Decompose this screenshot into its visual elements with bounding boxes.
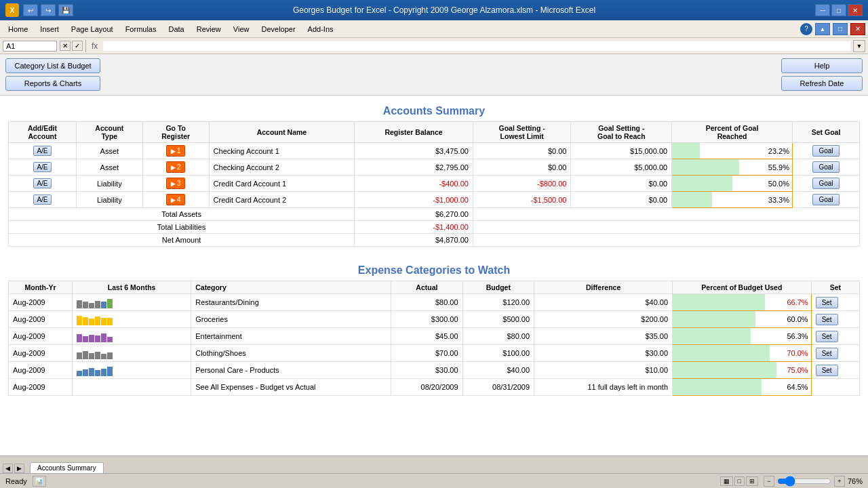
header-set-goal: Set Goal [793, 122, 860, 143]
goal-button-3[interactable]: Goal [812, 194, 839, 205]
menu-developer[interactable]: Developer [256, 24, 300, 35]
window-restore-btn[interactable]: □ [833, 23, 848, 35]
minimize-btn[interactable]: ─ [815, 4, 830, 16]
expense-difference-1: $200.00 [534, 311, 673, 328]
page-break-btn[interactable]: ⊞ [746, 476, 758, 486]
expense-chart-1 [73, 311, 191, 328]
help-icon[interactable]: ? [800, 23, 812, 35]
account-row: A/E Liability ▶ 3 Credit Card Account 1 … [9, 176, 860, 192]
percent-goal-0: 23.2% [672, 145, 792, 157]
sheet-tabs: ◀ ▶ Accounts Summary [0, 455, 868, 473]
account-name-0: Checking Account 1 [209, 143, 355, 159]
percent-goal-3: 33.3% [672, 194, 792, 206]
register-btn-1[interactable]: ▶ 2 [166, 161, 186, 173]
expense-percent-5: 64.5% [673, 381, 811, 393]
zoom-slider[interactable] [777, 476, 831, 487]
tab-scroll-right[interactable]: ▶ [14, 464, 24, 473]
set-btn-1[interactable]: Set [816, 314, 838, 325]
normal-view-btn[interactable]: ▦ [720, 476, 733, 486]
expense-chart-4 [73, 362, 191, 379]
account-type-2: Liability [76, 176, 142, 192]
expense-budget-3: $100.00 [462, 345, 534, 362]
category-list-budget-btn[interactable]: Category List & Budget [5, 58, 100, 73]
ae-button-0[interactable]: A/E [33, 146, 51, 156]
expand-formula-btn[interactable]: ▼ [853, 40, 865, 52]
header-account-name: Account Name [209, 122, 355, 143]
goal-button-2[interactable]: Goal [812, 178, 839, 189]
cancel-formula-btn[interactable]: ✕ [60, 41, 71, 51]
expense-month-4: Aug-2009 [9, 362, 73, 379]
zoom-out-btn[interactable]: − [764, 476, 774, 487]
content-area: Accounts Summary Add/Edit Account Accoun… [0, 96, 868, 399]
menu-home[interactable]: Home [3, 24, 33, 35]
excel-icon: X [5, 3, 19, 17]
set-btn-4[interactable]: Set [816, 365, 838, 376]
menu-addins[interactable]: Add-Ins [302, 24, 339, 35]
confirm-formula-btn[interactable]: ✓ [72, 41, 83, 51]
goal-button-0[interactable]: Goal [812, 145, 839, 157]
expense-header-percent: Percent of Budget Used [673, 281, 812, 294]
expense-difference-0: $40.00 [534, 294, 673, 311]
reports-charts-btn[interactable]: Reports & Charts [5, 76, 100, 91]
close-btn[interactable]: ✕ [848, 4, 863, 16]
ae-button-2[interactable]: A/E [33, 178, 51, 188]
menu-view[interactable]: View [228, 24, 255, 35]
balance-2: -$400.00 [355, 176, 473, 192]
undo-btn[interactable]: ↩ [23, 4, 38, 16]
page-layout-btn[interactable]: □ [734, 476, 745, 486]
set-btn-2[interactable]: Set [816, 331, 838, 342]
formula-bar: A1 ✕ ✓ fx ▼ [0, 38, 868, 54]
ribbon-minimize-btn[interactable]: ▲ [815, 23, 830, 35]
net-amount-value: $4,870.00 [355, 234, 473, 247]
register-btn-0[interactable]: ▶ 1 [166, 145, 186, 157]
window-close-btn[interactable]: ✕ [850, 23, 865, 35]
header-register-balance: Register Balance [355, 122, 473, 143]
status-right: ▦ □ ⊞ − + 76% [720, 476, 863, 487]
goal-reach-3: $0.00 [571, 192, 672, 208]
zoom-in-btn[interactable]: + [834, 476, 845, 487]
header-percent-goal: Percent of Goal Reached [672, 122, 793, 143]
formula-input[interactable] [103, 41, 850, 51]
account-type-3: Liability [76, 192, 142, 208]
expense-actual-1: $300.00 [391, 311, 462, 328]
expense-row: Aug-2009 See All Expenses - Budget vs Ac… [9, 379, 860, 396]
register-btn-3[interactable]: ▶ 4 [166, 194, 186, 205]
expense-actual-2: $45.00 [391, 328, 462, 345]
restore-btn[interactable]: □ [831, 4, 846, 16]
expense-row: Aug-2009 Groceries $300.00 $500.00 $200.… [9, 311, 860, 328]
menu-insert[interactable]: Insert [35, 24, 64, 35]
menu-data[interactable]: Data [163, 24, 189, 35]
help-btn[interactable]: Help [781, 58, 863, 73]
account-type-0: Asset [76, 143, 142, 159]
sheet-tab-summary[interactable]: Accounts Summary [30, 462, 104, 473]
expense-chart-0 [73, 294, 191, 311]
redo-btn[interactable]: ↪ [41, 4, 56, 16]
ae-button-1[interactable]: A/E [33, 162, 51, 172]
lowest-0: $0.00 [473, 143, 571, 159]
cell-reference[interactable]: A1 [3, 41, 57, 52]
header-goal-lowest: Goal Setting - Lowest Limit [473, 122, 571, 143]
expense-month-5: Aug-2009 [9, 379, 73, 396]
refresh-date-btn[interactable]: Refresh Date [781, 76, 863, 91]
account-row: A/E Liability ▶ 4 Credit Card Account 2 … [9, 192, 860, 208]
balance-3: -$1,000.00 [355, 192, 473, 208]
expense-category-0: Restaurants/Dining [191, 294, 391, 311]
register-btn-2[interactable]: ▶ 3 [166, 178, 186, 189]
total-liabilities-label: Total Liabilities [9, 221, 355, 234]
menu-page-layout[interactable]: Page Layout [66, 24, 119, 35]
tab-scroll-left[interactable]: ◀ [3, 464, 13, 473]
menu-review[interactable]: Review [191, 24, 226, 35]
goal-reach-1: $5,000.00 [571, 159, 672, 176]
expense-percent-2: 56.3% [673, 330, 811, 342]
save-btn[interactable]: 💾 [58, 4, 73, 16]
set-btn-0[interactable]: Set [816, 297, 838, 308]
header-goal-reach: Goal Setting - Goal to Reach [571, 122, 672, 143]
status-icon[interactable]: 📊 [33, 476, 46, 487]
total-liabilities-value: -$1,400.00 [355, 221, 473, 234]
title-bar-left: X ↩ ↪ 💾 [5, 3, 73, 17]
balance-0: $3,475.00 [355, 143, 473, 159]
menu-formulas[interactable]: Formulas [120, 24, 162, 35]
set-btn-3[interactable]: Set [816, 348, 838, 359]
goal-button-1[interactable]: Goal [812, 161, 839, 173]
ae-button-3[interactable]: A/E [33, 195, 51, 205]
